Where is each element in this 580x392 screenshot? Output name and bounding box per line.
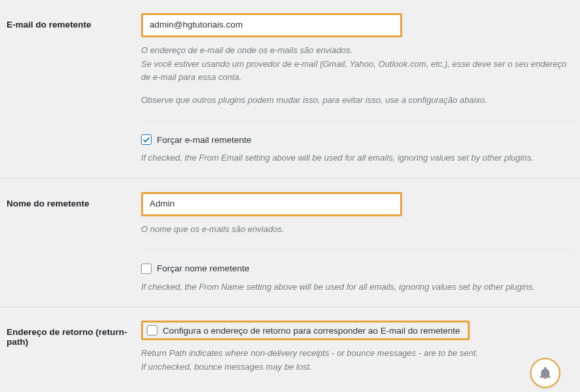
sender-name-desc: O nome que os e-mails são enviados.: [141, 223, 573, 237]
return-path-checkbox-row: Configura o endereço de retorno para cor…: [141, 321, 470, 340]
force-name-checkbox-row: Forçar nome remetente: [141, 264, 573, 274]
sender-email-input[interactable]: [141, 13, 402, 37]
bell-icon: [538, 366, 552, 380]
force-email-label[interactable]: Forçar e-mail remetente: [157, 135, 251, 145]
sender-name-input[interactable]: [141, 192, 402, 216]
return-path-checkbox-label[interactable]: Configura o endereço de retorno para cor…: [163, 326, 464, 336]
return-path-row: Endereço de retorno (return-path) Config…: [0, 307, 580, 387]
return-path-checkbox[interactable]: [147, 325, 157, 336]
force-email-checkbox-row: Forçar e-mail remetente: [141, 134, 573, 145]
return-path-label-col: Endereço de retorno (return-path): [7, 321, 141, 347]
sender-email-field-col: O endereço de e-mail de onde os e-mails …: [141, 13, 573, 165]
sender-email-desc1: O endereço de e-mail de onde os e-mails …: [141, 44, 573, 85]
force-name-help: If checked, the From Name setting above …: [141, 281, 573, 294]
return-path-label: Endereço de retorno (return-path): [7, 327, 127, 347]
sender-email-label-col: E-mail do remetente: [7, 13, 141, 29]
force-name-section: Forçar nome remetente If checked, the Fr…: [141, 250, 573, 294]
sender-email-row: E-mail do remetente O endereço de e-mail…: [0, 0, 580, 179]
floating-badge[interactable]: [530, 358, 560, 387]
sender-name-label: Nome do remetente: [7, 199, 89, 208]
force-name-label[interactable]: Forçar nome remetente: [157, 264, 249, 273]
return-path-field-col: Configura o endereço de retorno para cor…: [141, 321, 573, 374]
sender-email-desc2: Observe que outros plugins podem mudar i…: [141, 94, 573, 108]
sender-name-field-col: O nome que os e-mails são enviados. Forç…: [141, 192, 573, 294]
force-email-section: Forçar e-mail remetente If checked, the …: [141, 121, 573, 165]
sender-name-row: Nome do remetente O nome que os e-mails …: [0, 179, 580, 307]
force-email-help: If checked, the From Email setting above…: [141, 151, 573, 165]
check-icon: [142, 135, 151, 144]
sender-email-label: E-mail do remetente: [7, 20, 91, 29]
sender-name-label-col: Nome do remetente: [7, 192, 141, 208]
force-email-checkbox[interactable]: [141, 134, 152, 145]
force-name-checkbox[interactable]: [141, 264, 152, 274]
return-path-help: Return Path indicates where non-delivery…: [141, 347, 573, 374]
